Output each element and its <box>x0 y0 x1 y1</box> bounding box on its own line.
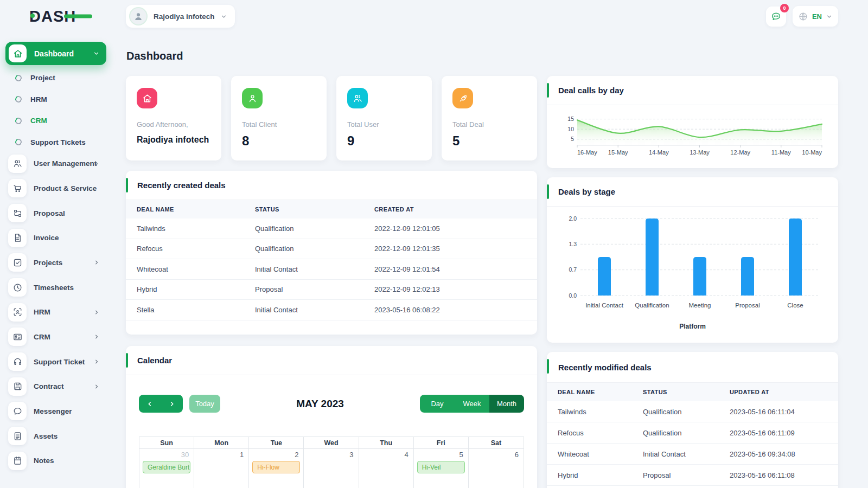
topbar: Rajodiya infotech 0 EN <box>126 4 838 28</box>
chevron-right-icon <box>93 309 100 316</box>
sidebar-item-user-management[interactable]: User Management <box>0 151 120 176</box>
calendar-day-header: Thu <box>359 437 414 448</box>
home-icon <box>142 93 152 104</box>
circle-icon <box>14 138 23 146</box>
table-cell: 2023-05-16 06:08:22 <box>363 306 537 314</box>
calendar-view-month[interactable]: Month <box>489 395 524 413</box>
id-card-icon <box>12 332 23 342</box>
calendar-card: Calendar Today MAY 2023 DayWeekMonth Sun… <box>126 346 537 488</box>
table-row: TailwindsQualification2023-05-16 06:11:0… <box>547 401 838 422</box>
sidebar-item-assets[interactable]: Assets <box>0 423 120 448</box>
table-cell: 2023-05-16 06:11:04 <box>719 408 838 416</box>
company-selector[interactable]: Rajodiya infotech <box>126 5 235 28</box>
calendar-today-button[interactable]: Today <box>189 395 220 413</box>
calendar-day-cell[interactable]: 3 <box>304 448 359 488</box>
table-row: RefocusQualification2022-12-09 12:01:35 <box>126 239 537 260</box>
accent-bar <box>126 178 128 192</box>
column-header: STATUS <box>632 389 719 395</box>
calendar-event[interactable]: Geraldine Burt <box>143 461 190 473</box>
app-root: DASH Dashboard ProjectHRMCRMSupport Tick… <box>0 0 868 488</box>
calendar-day-cell[interactable]: 5Hi-Veil <box>414 448 469 488</box>
calendar-next-button[interactable] <box>161 395 183 413</box>
calendar-view-week[interactable]: Week <box>455 395 489 413</box>
bar <box>646 219 659 296</box>
headset-icon <box>12 357 23 367</box>
calendar-week-row: 30Geraldine Burt12Hi-Flow345Hi-Veil6 <box>139 448 524 488</box>
stat-value: 5 <box>452 133 526 149</box>
chevron-down-icon <box>826 13 833 20</box>
chevron-down-icon <box>220 13 227 20</box>
sidebar-item-crm[interactable]: CRM <box>0 325 120 350</box>
chat-dots-icon <box>770 11 782 22</box>
sidebar-subitem-project[interactable]: Project <box>0 67 120 89</box>
chevron-right-icon <box>93 333 100 340</box>
sidebar-item-contract[interactable]: Contract <box>0 374 120 399</box>
calendar-day-cell[interactable]: 6 <box>469 448 524 488</box>
users-icon <box>353 93 363 104</box>
circle-icon <box>14 117 23 125</box>
calendar-date-number: 30 <box>139 449 194 460</box>
sidebar-item-notes[interactable]: Notes <box>0 448 120 473</box>
sidebar-item-dashboard[interactable]: Dashboard <box>5 42 106 65</box>
calendar-day-cell[interactable]: 30Geraldine Burt <box>139 448 194 488</box>
card-header: Calendar <box>126 346 537 375</box>
check-square-icon <box>12 258 23 268</box>
sidebar-item-invoice[interactable]: Invoice <box>0 226 120 251</box>
chevron-left-icon <box>146 400 154 408</box>
card-title: Calendar <box>137 356 172 365</box>
calendar-event[interactable]: Hi-Veil <box>417 461 465 473</box>
calendar-day-header: Sat <box>469 437 524 448</box>
table-cell: Qualification <box>632 429 719 437</box>
sidebar-item-timesheets[interactable]: Timesheets <box>0 275 120 300</box>
table-row: HybridProposal2022-12-09 12:02:13 <box>126 280 537 300</box>
document-icon <box>12 233 23 243</box>
calendar-day-cell[interactable]: 2Hi-Flow <box>249 448 304 488</box>
stat-label: Total User <box>347 120 421 129</box>
calendar-date-number: 4 <box>359 449 413 460</box>
sidebar-subitem-hrm[interactable]: HRM <box>0 89 120 111</box>
sidebar-item-proposal[interactable]: Proposal <box>0 201 120 226</box>
table-row: WhitecoatInitial Contact2023-05-16 09:34… <box>547 444 838 465</box>
calendar-date-number: 2 <box>249 449 303 460</box>
stat-card-total-user: Total User9 <box>336 76 432 160</box>
sidebar-subitem-support-tickets[interactable]: Support Tickets <box>0 132 120 153</box>
column-header: DEAL NAME <box>126 206 244 213</box>
sidebar-subitem-crm[interactable]: CRM <box>0 110 120 132</box>
table-row: WhitecoatInitial Contact2022-12-09 12:01… <box>126 259 537 280</box>
sidebar-item-messenger[interactable]: Messenger <box>0 399 120 424</box>
company-name: Rajodiya infotech <box>154 12 215 21</box>
table-cell: 2022-12-09 12:01:54 <box>363 265 537 273</box>
calendar-view-day[interactable]: Day <box>420 395 455 413</box>
sidebar-dashboard-label: Dashboard <box>34 49 93 58</box>
calendar-day-header: Wed <box>304 437 359 448</box>
table-cell: Refocus <box>547 429 632 437</box>
sidebar-item-hrm[interactable]: HRM <box>0 300 120 325</box>
column-header: STATUS <box>244 206 363 213</box>
calendar-day-cell[interactable]: 4 <box>359 448 414 488</box>
cart-icon <box>12 183 23 194</box>
person-fill-icon <box>132 10 144 22</box>
sidebar-item-product-service[interactable]: Product & Service <box>0 176 120 201</box>
svg-text:13-May: 13-May <box>690 149 710 156</box>
calendar-date-number: 3 <box>304 449 358 460</box>
stat-label: Total Client <box>242 120 316 129</box>
svg-text:14-May: 14-May <box>649 149 669 156</box>
calendar-event[interactable]: Hi-Flow <box>252 461 300 473</box>
card-header: Deals by stage <box>547 177 838 207</box>
column-header: DEAL NAME <box>547 389 632 395</box>
calendar-month-title: MAY 2023 <box>220 398 420 410</box>
card-header: Deal calls by day <box>547 76 838 105</box>
sidebar-item-projects[interactable]: Projects <box>0 251 120 275</box>
calendar-day-cell[interactable]: 1 <box>194 448 249 488</box>
messages-button[interactable]: 0 <box>766 7 786 27</box>
card-header: Recently modified deals <box>547 352 838 383</box>
avatar <box>129 7 148 25</box>
language-selector[interactable]: EN <box>793 6 838 27</box>
table-header-row: DEAL NAMESTATUSCREATED AT <box>126 200 537 219</box>
bar-chart-xaxis-label: Platform <box>547 323 838 330</box>
main-right-column: Deal calls by day 5101516-May15-May14-Ma… <box>547 76 838 488</box>
chevron-right-icon <box>93 259 100 266</box>
logo-dot-icon <box>30 14 35 18</box>
calendar-prev-button[interactable] <box>139 395 161 413</box>
sidebar-item-support-ticket[interactable]: Support Ticket <box>0 349 120 374</box>
